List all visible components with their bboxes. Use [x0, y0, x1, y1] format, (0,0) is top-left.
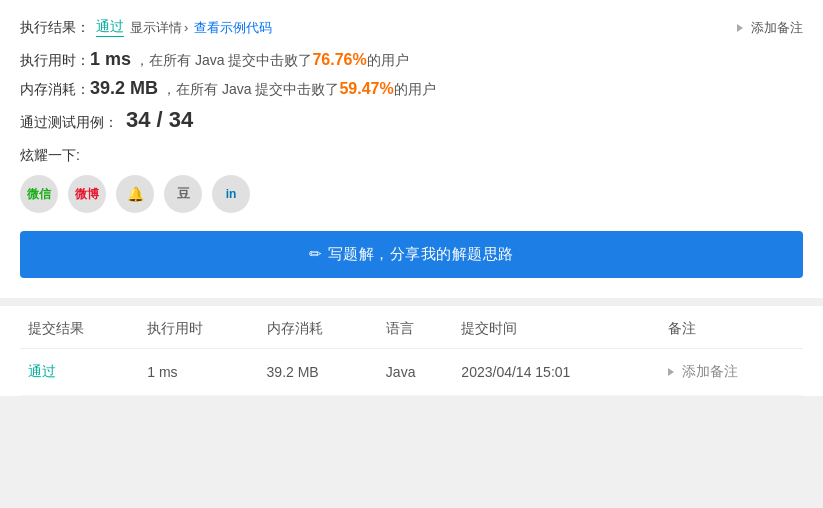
- cell-note[interactable]: 添加备注: [660, 349, 803, 396]
- memory-label: 内存消耗：: [20, 81, 90, 99]
- col-header-status: 提交结果: [20, 306, 139, 349]
- submissions-table: 提交结果 执行用时 内存消耗 语言 提交时间 备注 通过 1 ms 39.2 M…: [20, 306, 803, 396]
- memory-value: 39.2 MB: [90, 78, 158, 99]
- add-note-button-top[interactable]: 添加备注: [737, 19, 803, 37]
- col-header-memory: 内存消耗: [259, 306, 378, 349]
- weibo-icon[interactable]: 微博: [68, 175, 106, 213]
- result-label: 执行结果：: [20, 19, 90, 37]
- douban-icon[interactable]: 豆: [164, 175, 202, 213]
- social-icons-row: 微信 微博 🔔 豆 in: [20, 175, 803, 213]
- notification-icon[interactable]: 🔔: [116, 175, 154, 213]
- wechat-icon[interactable]: 微信: [20, 175, 58, 213]
- detail-link[interactable]: 显示详情 ›: [130, 19, 188, 37]
- result-left: 执行结果： 通过 显示详情 › 查看示例代码: [20, 18, 272, 37]
- submissions-panel: 提交结果 执行用时 内存消耗 语言 提交时间 备注 通过 1 ms 39.2 M…: [0, 306, 823, 396]
- example-code-link[interactable]: 查看示例代码: [194, 19, 272, 37]
- memory-desc-suffix: 的用户: [394, 81, 436, 99]
- memory-percent: 59.47%: [339, 80, 393, 98]
- runtime-value: 1 ms: [90, 49, 131, 70]
- result-row: 执行结果： 通过 显示详情 › 查看示例代码 添加备注: [20, 18, 803, 37]
- col-header-time: 提交时间: [453, 306, 660, 349]
- cell-runtime: 1 ms: [139, 349, 258, 396]
- cell-time: 2023/04/14 15:01: [453, 349, 660, 396]
- cell-status[interactable]: 通过: [20, 349, 139, 396]
- runtime-percent: 76.76%: [312, 51, 366, 69]
- col-header-runtime: 执行用时: [139, 306, 258, 349]
- linkedin-icon[interactable]: in: [212, 175, 250, 213]
- cell-language: Java: [378, 349, 454, 396]
- write-solution-button[interactable]: ✏ 写题解，分享我的解题思路: [20, 231, 803, 278]
- test-cases-value: 34 / 34: [126, 107, 193, 132]
- flag-icon: [737, 24, 743, 32]
- result-panel: 执行结果： 通过 显示详情 › 查看示例代码 添加备注 执行用时： 1 ms ，…: [0, 0, 823, 298]
- runtime-desc-suffix: 的用户: [367, 52, 409, 70]
- pass-badge[interactable]: 通过: [96, 18, 124, 37]
- col-header-language: 语言: [378, 306, 454, 349]
- flag-icon-sm: [668, 368, 674, 376]
- share-label: 炫耀一下:: [20, 147, 803, 165]
- add-note-text: 添加备注: [682, 363, 738, 381]
- runtime-desc-prefix: ，在所有 Java 提交中击败了: [135, 52, 312, 70]
- test-cases-row: 通过测试用例： 34 / 34: [20, 107, 803, 133]
- runtime-row: 执行用时： 1 ms ，在所有 Java 提交中击败了 76.76% 的用户: [20, 49, 803, 70]
- table-header-row: 提交结果 执行用时 内存消耗 语言 提交时间 备注: [20, 306, 803, 349]
- cell-memory: 39.2 MB: [259, 349, 378, 396]
- memory-desc-prefix: ，在所有 Java 提交中击败了: [162, 81, 339, 99]
- memory-row: 内存消耗： 39.2 MB ，在所有 Java 提交中击败了 59.47% 的用…: [20, 78, 803, 99]
- col-header-note: 备注: [660, 306, 803, 349]
- runtime-label: 执行用时：: [20, 52, 90, 70]
- table-row: 通过 1 ms 39.2 MB Java 2023/04/14 15:01 添加…: [20, 349, 803, 396]
- test-cases-label: 通过测试用例：: [20, 114, 118, 130]
